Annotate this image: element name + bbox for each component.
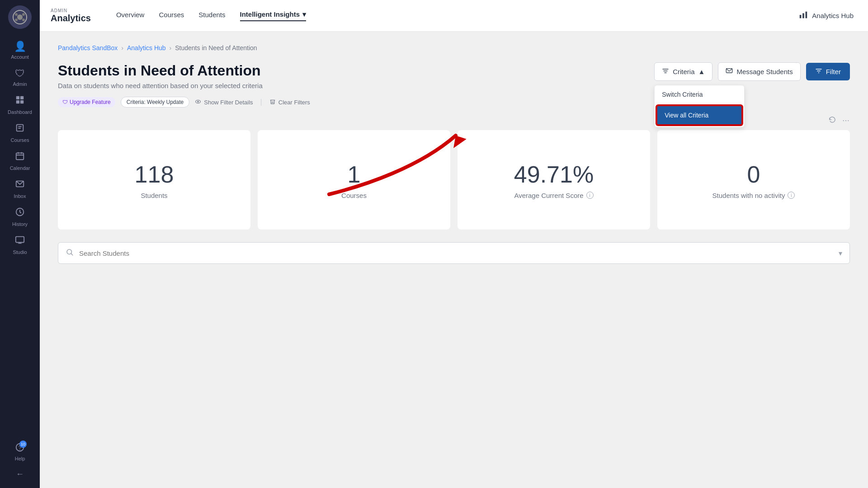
stat-card-avg-score: 49.71% Average Current Score i	[458, 130, 650, 230]
stat-no-activity-value: 0	[747, 161, 760, 188]
filter-button[interactable]: Filter	[806, 63, 850, 80]
avg-score-info-icon[interactable]: i	[586, 192, 594, 199]
collapse-icon: ←	[16, 469, 24, 479]
sidebar-item-inbox[interactable]: Inbox	[0, 174, 40, 202]
sidebar-item-studio[interactable]: Studio	[0, 230, 40, 258]
stat-avg-score-label: Average Current Score i	[514, 192, 593, 199]
breadcrumb: Pandalytics SandBox › Analytics Hub › St…	[58, 44, 850, 52]
criteria-tag: Criteria: Weekly Update	[121, 97, 190, 108]
filter-label: Filter	[826, 68, 841, 75]
sidebar-item-courses[interactable]: Courses	[0, 118, 40, 146]
svg-point-4	[15, 19, 18, 21]
svg-rect-9	[20, 100, 24, 103]
no-activity-info-icon[interactable]: i	[788, 192, 795, 199]
svg-rect-8	[16, 100, 19, 103]
account-icon: 👤	[14, 41, 26, 52]
svg-rect-7	[20, 96, 24, 99]
search-input[interactable]	[79, 249, 833, 257]
breadcrumb-current: Students in Need of Attention	[175, 44, 257, 52]
svg-rect-25	[802, 13, 804, 18]
svg-point-31	[845, 120, 846, 121]
calendar-icon	[15, 151, 25, 164]
search-chevron-icon[interactable]: ▾	[839, 249, 842, 258]
svg-point-3	[22, 13, 25, 16]
stat-courses-label: Courses	[341, 192, 367, 199]
svg-point-29	[197, 101, 199, 103]
svg-rect-19	[16, 237, 24, 243]
switch-criteria-item[interactable]: Switch Criteria	[655, 85, 744, 103]
nav-links: Overview Courses Students Intelligent In…	[116, 10, 306, 21]
clear-filters-label: Clear Filters	[278, 99, 310, 106]
page-title: Students in Need of Attention	[58, 62, 263, 79]
nav-intelligent-insights[interactable]: Intelligent Insights ▾	[240, 10, 307, 21]
history-icon	[15, 207, 25, 220]
breadcrumb-sep-2: ›	[170, 44, 172, 52]
page-header: Students in Need of Attention Data on st…	[58, 62, 850, 89]
sidebar-item-history[interactable]: History	[0, 202, 40, 230]
nav-overview[interactable]: Overview	[116, 11, 145, 20]
stat-card-students: 118 Students	[58, 130, 250, 230]
stat-students-label: Students	[141, 192, 167, 199]
eye-icon	[195, 99, 201, 106]
sidebar-item-calendar-label: Calendar	[10, 165, 30, 171]
upgrade-badge: 🛡 Upgrade Feature	[58, 97, 115, 107]
dashboard-icon	[15, 95, 25, 108]
clear-filters-button[interactable]: Clear Filters	[269, 99, 310, 106]
nav-courses[interactable]: Courses	[159, 11, 184, 20]
criteria-button[interactable]: Criteria ▲	[654, 62, 712, 81]
message-icon	[726, 67, 733, 76]
analytics-hub-link[interactable]: Analytics Hub	[798, 10, 854, 21]
shield-icon: 🛡	[62, 99, 68, 105]
svg-rect-26	[806, 12, 807, 19]
brand-admin-label: ADMIN	[51, 8, 91, 13]
sidebar-item-account-label: Account	[11, 54, 29, 60]
studio-icon	[15, 235, 25, 248]
svg-point-30	[843, 120, 844, 121]
nav-students[interactable]: Students	[198, 11, 225, 20]
sidebar-item-help[interactable]: ? 10 Help	[0, 438, 40, 465]
breadcrumb-pandalytics[interactable]: Pandalytics SandBox	[58, 44, 118, 52]
sidebar-item-inbox-label: Inbox	[14, 193, 26, 199]
brand-name-label: Analytics	[51, 13, 91, 23]
sidebar-logo	[8, 5, 32, 29]
criteria-icon	[662, 67, 669, 76]
sidebar-item-account[interactable]: 👤 Account	[0, 36, 40, 63]
stat-card-no-activity: 0 Students with no activity i	[657, 130, 850, 230]
svg-point-1	[17, 14, 23, 20]
sidebar-item-admin-label: Admin	[13, 81, 27, 87]
sidebar-item-calendar[interactable]: Calendar	[0, 146, 40, 174]
sidebar-item-dashboard[interactable]: Dashboard	[0, 90, 40, 118]
search-icon	[66, 248, 74, 258]
criteria-dropdown: Switch Criteria View all Criteria	[654, 85, 745, 127]
show-filter-details[interactable]: Show Filter Details	[195, 99, 253, 106]
svg-point-2	[15, 13, 18, 16]
breadcrumb-analytics-hub[interactable]: Analytics Hub	[127, 44, 166, 52]
inbox-icon	[15, 179, 25, 192]
brand: ADMIN Analytics	[51, 8, 91, 23]
breadcrumb-sep-1: ›	[121, 44, 123, 52]
show-filter-label: Show Filter Details	[204, 99, 253, 106]
stat-no-activity-label: Students with no activity i	[712, 192, 795, 199]
sidebar-collapse-button[interactable]: ←	[0, 465, 40, 483]
sidebar-item-help-label: Help	[15, 456, 25, 461]
top-navigation: ADMIN Analytics Overview Courses Student…	[40, 0, 868, 32]
chevron-up-icon: ▲	[698, 68, 705, 75]
refresh-icon[interactable]	[828, 117, 836, 127]
stat-courses-value: 1	[348, 161, 361, 188]
sidebar: 👤 Account 🛡 Admin Dashboard Courses Cale…	[0, 0, 40, 488]
stats-grid: 118 Students 1 Courses 49.71% Average Cu…	[58, 130, 850, 230]
page-subtitle: Data on students who need attention base…	[58, 82, 263, 89]
sidebar-item-history-label: History	[12, 221, 28, 227]
svg-rect-13	[16, 153, 24, 160]
sidebar-item-courses-label: Courses	[11, 137, 29, 143]
svg-point-32	[848, 120, 849, 121]
svg-rect-24	[800, 15, 802, 18]
sidebar-item-dashboard-label: Dashboard	[8, 109, 32, 115]
message-students-button[interactable]: Message Students	[718, 62, 800, 81]
header-actions: Criteria ▲ Switch Criteria View all Crit…	[654, 62, 850, 81]
view-all-criteria-item[interactable]: View all Criteria	[656, 105, 742, 125]
sidebar-item-admin[interactable]: 🛡 Admin	[0, 63, 40, 90]
trash-icon	[269, 99, 276, 106]
more-options-icon[interactable]	[842, 117, 850, 127]
svg-point-5	[22, 19, 25, 21]
